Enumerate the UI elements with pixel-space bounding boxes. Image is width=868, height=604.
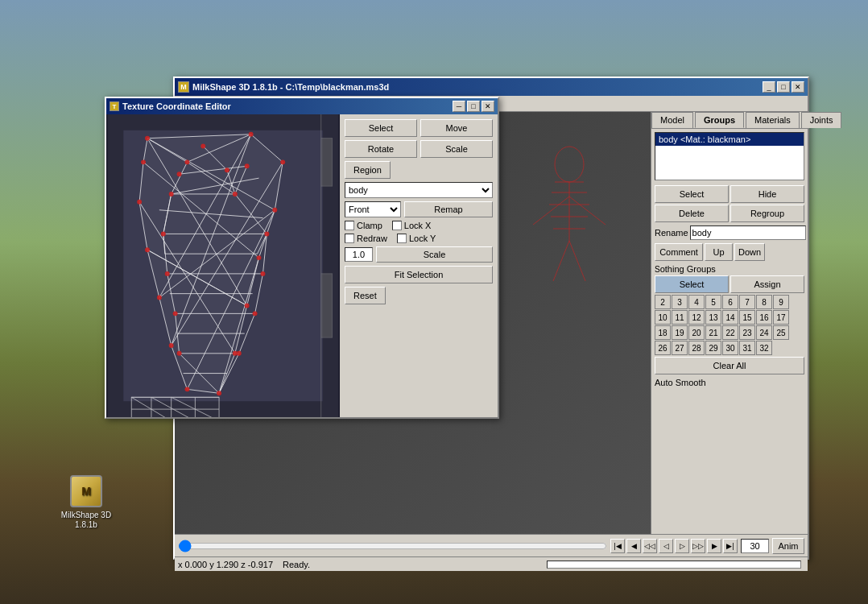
smooth-num-13[interactable]: 13 — [705, 310, 721, 325]
comment-button[interactable]: Comment — [655, 243, 703, 261]
hide-button[interactable]: Hide — [730, 185, 804, 203]
smooth-num-23[interactable]: 23 — [739, 325, 755, 340]
select-button[interactable]: Select — [655, 185, 729, 203]
tce-redraw-label: Redraw — [357, 234, 387, 243]
anim-fwd-frame[interactable]: ▷ — [675, 539, 689, 553]
smooth-select-button[interactable]: Select — [655, 275, 729, 293]
anim-next[interactable]: ▶ — [707, 539, 721, 553]
tce-scale-input[interactable]: 1.0 — [345, 247, 373, 262]
up-button[interactable]: Up — [705, 243, 733, 261]
smooth-num-25[interactable]: 25 — [773, 325, 789, 340]
down-button[interactable]: Down — [734, 243, 765, 261]
tce-scale-row: 1.0 Scale — [345, 246, 493, 263]
smooth-num-19[interactable]: 19 — [672, 325, 688, 340]
tce-region-row: Region — [345, 161, 493, 179]
anim-prev[interactable]: ◀ — [626, 539, 641, 553]
tce-clamp-label: Clamp — [357, 221, 382, 230]
smooth-num-12[interactable]: 12 — [688, 310, 705, 325]
smooth-num-20[interactable]: 20 — [688, 325, 705, 340]
svg-point-74 — [245, 304, 250, 308]
regroup-button[interactable]: Regroup — [730, 205, 804, 222]
tab-groups[interactable]: Groups — [695, 112, 744, 128]
smooth-num-28[interactable]: 28 — [688, 341, 705, 355]
smooth-num-9[interactable]: 9 — [773, 295, 789, 309]
clear-all-button[interactable]: Clear All — [655, 357, 804, 374]
smooth-num-7[interactable]: 7 — [739, 295, 755, 309]
anim-prev-start[interactable]: |◀ — [610, 539, 625, 553]
tce-redraw-checkbox[interactable] — [345, 234, 354, 243]
tce-controls: ─ □ ✕ — [453, 101, 494, 112]
smooth-num-32[interactable]: 32 — [756, 341, 772, 355]
tce-close[interactable]: ✕ — [482, 101, 494, 112]
tce-view-row: Front Remap — [345, 201, 493, 217]
tce-body-dropdown[interactable]: body — [345, 182, 493, 198]
tce-lock-x-checkbox[interactable] — [392, 221, 402, 230]
rename-input[interactable] — [690, 225, 806, 240]
tce-remap-button[interactable]: Remap — [404, 201, 493, 217]
svg-point-77 — [185, 387, 190, 391]
smooth-num-29[interactable]: 29 — [705, 341, 721, 355]
smooth-num-11[interactable]: 11 — [672, 310, 688, 325]
svg-point-70 — [249, 132, 254, 137]
smooth-assign-button[interactable]: Assign — [730, 275, 804, 293]
svg-point-85 — [169, 192, 174, 197]
tce-region-button[interactable]: Region — [345, 161, 391, 179]
maximize-button[interactable]: □ — [777, 81, 790, 93]
tce-select-button[interactable]: Select — [345, 119, 417, 137]
smooth-num-30[interactable]: 30 — [722, 341, 738, 355]
smooth-num-14[interactable]: 14 — [722, 310, 738, 325]
smooth-num-8[interactable]: 8 — [756, 295, 772, 309]
anim-slider[interactable] — [178, 541, 607, 551]
tce-clamp-checkbox[interactable] — [345, 221, 354, 230]
anim-button[interactable]: Anim — [772, 538, 804, 554]
close-button[interactable]: ✕ — [792, 81, 804, 93]
tce-fit-selection-button[interactable]: Fit Selection — [345, 266, 493, 283]
anim-frame-input[interactable]: 30 — [741, 539, 769, 553]
tce-reset-button[interactable]: Reset — [345, 287, 386, 304]
tce-maximize[interactable]: □ — [467, 101, 480, 112]
tab-joints[interactable]: Joints — [801, 112, 842, 128]
tce-rotate-button[interactable]: Rotate — [345, 140, 417, 158]
smooth-num-31[interactable]: 31 — [739, 341, 755, 355]
anim-fwd[interactable]: ▷▷ — [691, 539, 705, 553]
smooth-num-6[interactable]: 6 — [722, 295, 738, 309]
svg-line-14 — [569, 241, 585, 281]
smooth-num-2[interactable]: 2 — [655, 295, 671, 309]
smooth-num-16[interactable]: 16 — [756, 310, 772, 325]
tab-model[interactable]: Model — [651, 112, 693, 128]
smooth-num-27[interactable]: 27 — [672, 341, 688, 355]
smooth-num-5[interactable]: 5 — [705, 295, 721, 309]
tce-reset-row: Reset — [345, 287, 493, 304]
tab-materials[interactable]: Materials — [746, 112, 800, 128]
smooth-num-10[interactable]: 10 — [655, 310, 671, 325]
anim-back[interactable]: ◁◁ — [643, 539, 657, 553]
desktop-icon-milkshape[interactable]: M MilkShape 3D 1.8.1b — [58, 475, 114, 530]
smooth-num-3[interactable]: 3 — [672, 295, 688, 309]
smooth-num-18[interactable]: 18 — [655, 325, 671, 340]
smooth-num-24[interactable]: 24 — [756, 325, 772, 340]
tce-lock-y-checkbox[interactable] — [397, 234, 407, 243]
tce-view-dropdown[interactable]: Front — [345, 201, 401, 217]
tce-dialog: T Texture Coordinate Editor ─ □ ✕ — [105, 97, 499, 419]
minimize-button[interactable]: _ — [763, 81, 775, 93]
smooth-num-17[interactable]: 17 — [773, 310, 789, 325]
anim-next-end[interactable]: ▶| — [723, 539, 738, 553]
svg-point-97 — [245, 163, 250, 168]
tce-scale-mode-button[interactable]: Scale — [420, 140, 493, 158]
scroll-bar[interactable] — [547, 561, 801, 569]
smooth-num-22[interactable]: 22 — [722, 325, 738, 340]
smooth-num-21[interactable]: 21 — [705, 325, 721, 340]
svg-point-91 — [253, 311, 258, 316]
delete-button[interactable]: Delete — [655, 205, 729, 222]
smooth-num-15[interactable]: 15 — [739, 310, 755, 325]
tce-checkbox-row-2: Redraw Lock Y — [345, 234, 493, 243]
smoothing-section: Sothing Groups Select Assign 2 3 4 5 6 7… — [651, 263, 808, 376]
tce-fit-row: Fit Selection — [345, 266, 493, 283]
tce-move-button[interactable]: Move — [420, 119, 493, 137]
tce-minimize[interactable]: ─ — [453, 101, 465, 112]
anim-back-frame[interactable]: ◁ — [659, 539, 673, 553]
smooth-num-4[interactable]: 4 — [688, 295, 705, 309]
smooth-num-26[interactable]: 26 — [655, 341, 671, 355]
groups-list-item[interactable]: body <Mat.: blackman> — [655, 133, 804, 146]
tce-scale-apply-button[interactable]: Scale — [376, 246, 493, 263]
